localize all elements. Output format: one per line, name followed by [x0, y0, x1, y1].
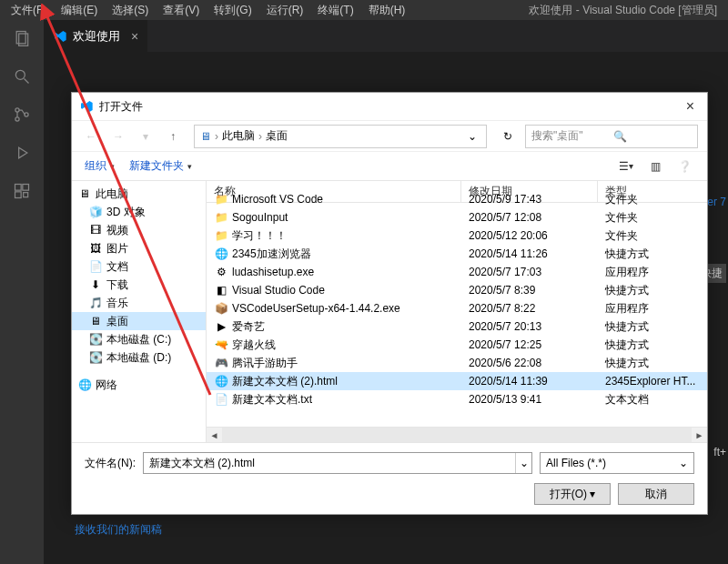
file-row[interactable]: 🌐2345加速浏览器2020/5/14 11:26快捷方式: [207, 245, 707, 263]
menu-help[interactable]: 帮助(H): [361, 3, 413, 18]
nav-back-icon[interactable]: ←: [81, 126, 101, 146]
menu-edit[interactable]: 编辑(E): [54, 3, 105, 18]
file-row[interactable]: 📁SogouInput2020/5/7 12:08文件夹: [207, 208, 707, 227]
file-row[interactable]: 📦VSCodeUserSetup-x64-1.44.2.exe2020/5/7 …: [207, 299, 707, 317]
crumb-root[interactable]: 此电脑: [222, 128, 255, 144]
file-row[interactable]: 📁学习！！！2020/5/12 20:06文件夹: [207, 227, 707, 245]
monitor-icon: 🖥: [77, 186, 92, 201]
open-button[interactable]: 打开(O) ▾: [534, 483, 611, 505]
tree-label: 下载: [106, 277, 128, 293]
source-control-icon[interactable]: [11, 104, 33, 126]
file-name: 新建文本文档.txt: [232, 392, 461, 408]
crumb-dropdown-icon[interactable]: ⌄: [464, 130, 480, 143]
file-row[interactable]: ⚙ludashisetup.exe2020/5/7 17:03应用程序: [207, 263, 707, 281]
installer-icon: 📦: [214, 301, 228, 316]
file-date: 2020/5/7 8:22: [461, 302, 598, 315]
menu-view[interactable]: 查看(V): [156, 3, 207, 18]
scroll-right-icon[interactable]: ►: [692, 430, 707, 440]
search-activity-icon[interactable]: [11, 65, 33, 87]
refresh-icon[interactable]: ↻: [498, 126, 518, 146]
explorer-icon[interactable]: [11, 27, 33, 49]
tree-node[interactable]: ⬇下载: [72, 276, 206, 294]
tree-node[interactable]: 🖥此电脑: [72, 185, 206, 203]
activity-bar: [0, 20, 44, 564]
file-type: 快捷方式: [598, 283, 707, 298]
file-row[interactable]: ◧Visual Studio Code2020/5/7 8:39快捷方式: [207, 281, 707, 299]
txt-icon: 📄: [214, 392, 228, 407]
newfolder-menu[interactable]: 新建文件夹: [129, 158, 192, 174]
scroll-left-icon[interactable]: ◄: [207, 430, 222, 440]
file-type: 快捷方式: [598, 356, 707, 371]
file-name: 穿越火线: [232, 337, 461, 353]
nav-forward-icon[interactable]: →: [108, 126, 128, 146]
tree-node[interactable]: 🌐网络: [72, 376, 206, 394]
nav-up-icon[interactable]: ↑: [163, 126, 183, 146]
menu-select[interactable]: 选择(S): [105, 3, 156, 18]
folder-icon: 📁: [214, 228, 228, 243]
filename-dropdown-icon[interactable]: ⌄: [515, 453, 531, 473]
dialog-nav: ← → ▾ ↑ 🖥 › 此电脑 › 桌面 ⌄ ↻ 搜索"桌面" 🔍: [72, 120, 707, 151]
file-row[interactable]: 📁Microsoft VS Code2020/5/9 17:43文件夹: [207, 190, 707, 208]
filetype-filter[interactable]: All Files (*.*)⌄: [540, 452, 694, 474]
search-icon[interactable]: 🔍: [613, 130, 692, 143]
file-row[interactable]: ▶爱奇艺2020/5/7 20:13快捷方式: [207, 317, 707, 336]
disk-icon: 💽: [88, 332, 103, 347]
tree-node[interactable]: 📄文档: [72, 257, 206, 276]
tree-node[interactable]: 💽本地磁盘 (C:): [72, 330, 206, 348]
scroll-track[interactable]: [222, 428, 692, 443]
tree-label: 视频: [106, 223, 128, 238]
file-date: 2020/5/14 11:39: [461, 375, 598, 388]
folder-icon: 📁: [214, 210, 228, 225]
menu-terminal[interactable]: 终端(T): [310, 3, 360, 18]
crumb-child[interactable]: 桌面: [266, 128, 288, 144]
tree-node[interactable]: 🎵音乐: [72, 294, 206, 312]
cube-icon: 🧊: [88, 205, 103, 219]
file-date: 2020/5/13 9:41: [461, 393, 598, 406]
file-row[interactable]: 🌐新建文本文档 (2).html2020/5/14 11:392345Explo…: [207, 372, 707, 390]
file-row[interactable]: 🔫穿越火线2020/5/7 12:25快捷方式: [207, 336, 707, 354]
svg-line-3: [25, 79, 29, 84]
filename-input[interactable]: [144, 453, 515, 473]
menu-file[interactable]: 文件(F): [4, 3, 54, 18]
search-box[interactable]: 搜索"桌面" 🔍: [525, 125, 698, 148]
filter-label: All Files (*.*): [546, 457, 679, 469]
tree-node[interactable]: 🖼图片: [72, 239, 206, 257]
debug-icon[interactable]: [11, 142, 33, 164]
tree-node[interactable]: 🧊3D 对象: [72, 203, 206, 221]
cancel-button[interactable]: 取消: [618, 483, 694, 505]
music-icon: 🎵: [88, 296, 103, 310]
horizontal-scrollbar[interactable]: ◄ ►: [207, 427, 707, 442]
file-type: 文件夹: [598, 228, 707, 244]
nav-recent-icon[interactable]: ▾: [136, 126, 156, 146]
file-row[interactable]: 📄新建文本文档.txt2020/5/13 9:41文本文档: [207, 390, 707, 408]
vscode-icon: [53, 29, 67, 44]
organize-menu[interactable]: 组织: [85, 158, 115, 174]
tree-node[interactable]: 💽本地磁盘 (D:): [72, 348, 206, 367]
side-text-1: er 7: [707, 196, 726, 208]
tree-node[interactable]: 🖥桌面: [72, 312, 206, 330]
menu-run[interactable]: 运行(R): [259, 3, 311, 18]
help-icon[interactable]: ❔: [674, 156, 694, 176]
svg-point-6: [25, 113, 28, 116]
cf-icon: 🔫: [214, 337, 228, 352]
breadcrumb[interactable]: 🖥 › 此电脑 › 桌面 ⌄: [194, 125, 487, 148]
view-mode-icon[interactable]: ☰▾: [616, 156, 636, 176]
file-type: 快捷方式: [598, 319, 707, 335]
footer-link[interactable]: 接收我们的新闻稿: [75, 522, 162, 538]
dialog-close-icon[interactable]: ×: [681, 98, 700, 115]
file-name: 腾讯手游助手: [232, 356, 461, 371]
filename-label: 文件名(N):: [85, 456, 136, 471]
file-date: 2020/5/14 11:26: [461, 247, 598, 260]
svg-rect-9: [23, 185, 29, 191]
file-row[interactable]: 🎮腾讯手游助手2020/5/6 22:08快捷方式: [207, 354, 707, 372]
file-name: ludashisetup.exe: [232, 266, 461, 278]
tab-close-icon[interactable]: ×: [131, 29, 138, 44]
iqiyi-icon: ▶: [214, 319, 228, 334]
tree-node[interactable]: 🎞视频: [72, 221, 206, 239]
window-title: 欢迎使用 - Visual Studio Code [管理员]: [529, 3, 717, 18]
tree-label: 图片: [106, 241, 128, 257]
extensions-icon[interactable]: [11, 180, 33, 202]
tab-welcome[interactable]: 欢迎使用 ×: [44, 20, 147, 52]
preview-pane-icon[interactable]: ▥: [645, 156, 665, 176]
menu-goto[interactable]: 转到(G): [207, 3, 258, 18]
